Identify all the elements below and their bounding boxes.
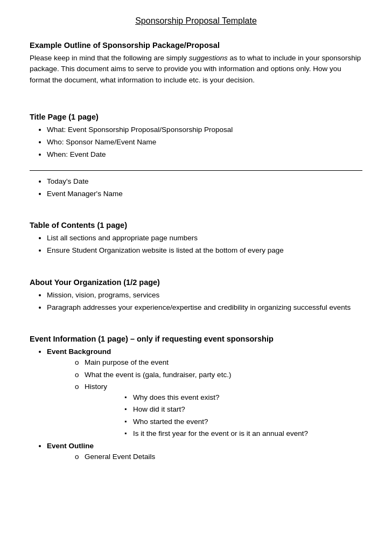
list-item: Who: Sponsor Name/Event Name (47, 137, 362, 148)
intro-paragraph: Please keep in mind that the following a… (30, 53, 362, 86)
list-item: How did it start? (124, 404, 362, 415)
event-background-item: Event Background Main purpose of the eve… (47, 346, 362, 439)
title-page-list: What: Event Sponsorship Proposal/Sponsor… (47, 124, 362, 161)
list-item: History Why does this event exist? How d… (75, 381, 362, 439)
horizontal-divider (30, 170, 362, 171)
list-item: What: Event Sponsorship Proposal/Sponsor… (47, 124, 362, 135)
event-background-circle-list: Main purpose of the event What the event… (75, 357, 362, 439)
main-heading: Example Outline of Sponsorship Package/P… (30, 41, 362, 50)
about-org-heading: About Your Organization (1/2 page) (30, 278, 362, 287)
list-item: List all sections and appropriate page n… (47, 233, 362, 244)
toc-list: List all sections and appropriate page n… (47, 233, 362, 256)
title-page-heading: Title Page (1 page) (30, 113, 362, 121)
list-item: General Event Details (75, 451, 362, 462)
toc-heading: Table of Contents (1 page) (30, 221, 362, 230)
date-manager-list: Today's Date Event Manager's Name (47, 176, 362, 200)
event-outline-item: Event Outline General Event Details (47, 441, 362, 463)
list-item: Is it the first year for the event or is… (124, 428, 362, 439)
list-item: Ensure Student Organization website is l… (47, 245, 362, 256)
history-square-list: Why does this event exist? How did it st… (124, 392, 362, 439)
list-item: When: Event Date (47, 149, 362, 160)
list-item: What the event is (gala, fundraiser, par… (75, 370, 362, 380)
event-info-heading: Event Information (1 page) – only if req… (30, 335, 362, 343)
list-item: Paragraph addresses your experience/expe… (47, 302, 362, 313)
about-org-list: Mission, vision, programs, services Para… (47, 290, 362, 314)
list-item: Today's Date (47, 176, 362, 187)
list-item: Mission, vision, programs, services (47, 290, 362, 301)
list-item: Main purpose of the event (75, 357, 362, 368)
event-outline-circle-list: General Event Details (75, 451, 362, 462)
list-item: Why does this event exist? (124, 392, 362, 403)
list-item: Who started the event? (124, 416, 362, 427)
page-title: Sponsorship Proposal Template (30, 16, 362, 26)
list-item: Event Manager's Name (47, 189, 362, 199)
event-info-list: Event Background Main purpose of the eve… (47, 346, 362, 463)
